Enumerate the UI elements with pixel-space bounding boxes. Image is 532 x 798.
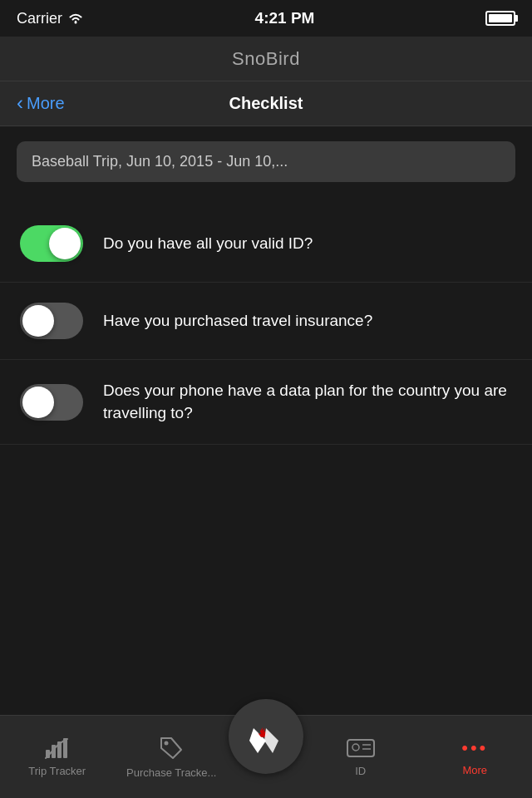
checklist-item: Have you purchased travel insurance? <box>0 283 532 360</box>
tab-trip-tracker-label: Trip Tracker <box>28 765 86 777</box>
id-card-icon <box>346 736 376 760</box>
tab-id-label: ID <box>355 765 366 777</box>
battery-icon <box>485 11 515 26</box>
trip-selector[interactable]: Baseball Trip, Jun 10, 2015 - Jun 10,... <box>17 141 515 182</box>
toggle-2[interactable] <box>20 303 83 339</box>
toggle-1[interactable] <box>20 225 83 262</box>
svg-marker-8 <box>264 728 278 753</box>
app-title-bar: SnoBird <box>0 37 532 81</box>
back-button[interactable]: ‹ More <box>17 94 65 113</box>
checklist-container: Do you have all your valid ID? Have you … <box>0 197 532 453</box>
tab-snobird[interactable] <box>229 699 303 774</box>
tab-id[interactable]: ID <box>303 728 418 777</box>
toggle-knob-2 <box>22 305 54 337</box>
tab-purchase-tracker[interactable]: Purchase Tracke... <box>115 727 229 779</box>
nav-bar: ‹ More Checklist <box>0 81 532 126</box>
checklist-label-3: Does your phone have a data plan for the… <box>103 380 512 424</box>
checklist-item: Do you have all your valid ID? <box>0 205 532 283</box>
chevron-left-icon: ‹ <box>17 93 23 113</box>
app-title: SnoBird <box>232 48 300 70</box>
chart-icon <box>44 736 71 760</box>
status-bar: Carrier 4:21 PM <box>0 0 532 37</box>
toggle-knob-3 <box>22 387 54 418</box>
back-label: More <box>27 94 65 113</box>
checklist-label-1: Do you have all your valid ID? <box>103 233 313 255</box>
trip-selector-wrapper: Baseball Trip, Jun 10, 2015 - Jun 10,... <box>0 126 532 197</box>
tag-icon <box>158 735 185 761</box>
svg-rect-9 <box>347 740 374 756</box>
trip-selector-value: Baseball Trip, Jun 10, 2015 - Jun 10,... <box>32 153 288 170</box>
tab-trip-tracker[interactable]: Trip Tracker <box>0 728 115 777</box>
wifi-icon <box>67 12 84 25</box>
snobird-logo-icon <box>241 712 291 761</box>
svg-point-5 <box>165 741 169 746</box>
battery-fill <box>489 14 512 22</box>
nav-title: Checklist <box>229 94 303 113</box>
status-time: 4:21 PM <box>255 9 315 27</box>
toggle-3[interactable] <box>20 384 83 421</box>
tab-bar: Trip Tracker Purchase Tracke... <box>0 715 532 798</box>
checklist-item: Does your phone have a data plan for the… <box>0 360 532 445</box>
toggle-knob-1 <box>49 228 81 259</box>
more-dots-icon: ••• <box>461 737 488 759</box>
tab-more-label: More <box>462 764 487 776</box>
svg-point-10 <box>352 744 359 751</box>
svg-point-0 <box>75 22 77 24</box>
tab-purchase-tracker-label: Purchase Tracke... <box>126 766 216 779</box>
checklist-label-2: Have you purchased travel insurance? <box>103 310 372 332</box>
tab-more[interactable]: ••• More <box>418 729 533 776</box>
carrier-label: Carrier <box>17 10 84 27</box>
